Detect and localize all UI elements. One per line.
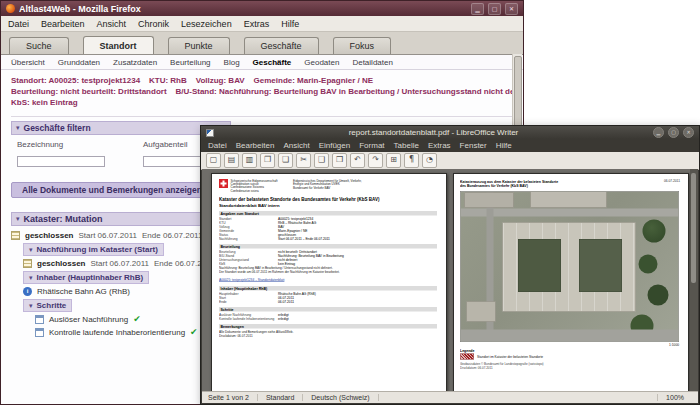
maximize-icon[interactable]: ▢: [668, 127, 679, 138]
cut-icon[interactable]: ✂: [296, 153, 311, 168]
subtab-geodaten[interactable]: Geodaten: [304, 58, 339, 67]
menu-item[interactable]: Extras: [428, 141, 451, 150]
collapse-icon: ▾: [16, 124, 20, 132]
close-icon[interactable]: ✕: [505, 3, 518, 15]
standort-info-line: Standort: A00025: testprojekt1234 KTU: R…: [11, 75, 513, 86]
section-header: Schritte: [219, 307, 437, 312]
collapse-icon: ▾: [16, 215, 20, 223]
subtab-blog[interactable]: Blog: [224, 58, 240, 67]
section-header: Inhaber (Hauptinhaber RhB): [219, 286, 437, 291]
check-icon: ✔: [190, 328, 198, 337]
menu-item[interactable]: Datei: [208, 141, 227, 150]
logo-line: Confederaziun svizra: [231, 189, 278, 192]
collapse-icon: ▾: [29, 246, 33, 254]
map-scale: 1:1000: [460, 343, 679, 347]
zoom-level[interactable]: 100%: [657, 394, 692, 401]
export-pdf-icon[interactable]: ❐: [260, 153, 275, 168]
map-title-line2: des Bundesamtes für Verkehr (KbS BAV): [460, 184, 558, 189]
statusbar-page: Seite 1 von 2: [208, 394, 258, 401]
menu-item[interactable]: Bearbeiten: [236, 141, 275, 150]
writer-window-title: report.standortdatenblatt.pdf - LibreOff…: [218, 128, 649, 137]
statusbar-style: Standard: [258, 394, 303, 401]
kataster-swatch-icon: [460, 354, 474, 360]
bezeichnung-field: Bezeichnung: [17, 140, 105, 168]
tab-standort[interactable]: Standort: [83, 36, 154, 54]
map-trees: [643, 220, 666, 243]
bezeichnung-input[interactable]: [17, 156, 105, 167]
menu-item[interactable]: Hilfe: [496, 141, 512, 150]
menu-item[interactable]: Datei: [8, 19, 29, 29]
check-icon: ✔: [133, 315, 141, 324]
subtab-beurteilung[interactable]: Beurteilung: [170, 58, 210, 67]
step-label: Auslöser Nachführung: [49, 315, 128, 324]
formatting-marks-icon[interactable]: ¶: [404, 153, 419, 168]
menu-item[interactable]: Ansicht: [283, 141, 309, 150]
tab-punkte[interactable]: Punkte: [168, 37, 230, 54]
tab-suche[interactable]: Suche: [9, 37, 69, 54]
close-icon[interactable]: ✕: [683, 127, 694, 138]
minimize-icon[interactable]: ▁: [471, 3, 484, 15]
group-label: Nachführung im Kataster (Start): [37, 245, 158, 254]
scrollbar-thumb[interactable]: [514, 56, 522, 130]
tab-fokus[interactable]: Fokus: [333, 37, 392, 54]
group-nachfuehrung[interactable]: ▾ Nachführung im Kataster (Start): [23, 243, 164, 256]
save-icon[interactable]: ▥: [242, 153, 257, 168]
legend-item-label: Standort im Kataster der belasteten Stan…: [477, 355, 543, 359]
maximize-icon[interactable]: ▢: [488, 3, 501, 15]
menu-item[interactable]: Einfügen: [319, 141, 351, 150]
paste-icon[interactable]: ❒: [332, 153, 347, 168]
menu-item[interactable]: Format: [359, 141, 384, 150]
print-icon[interactable]: ❏: [278, 153, 293, 168]
subtab-grunddaten[interactable]: Grunddaten: [58, 58, 100, 67]
menu-item[interactable]: Chronik: [138, 19, 169, 29]
menu-item[interactable]: Extras: [244, 19, 270, 29]
mutation-end: Ende 06.07.2011: [142, 231, 202, 240]
app-tabstrip: Suche Standort Punkte Geschäfte Fokus: [1, 32, 523, 55]
confederation-logo-text: Schweizerische EidgenossenschaftConfédér…: [231, 179, 278, 192]
collapse-icon: ▾: [29, 302, 33, 310]
standort-link[interactable]: A00025: testprojekt1234 – Standortdatenb…: [219, 278, 284, 282]
map-courtyard: [518, 239, 561, 292]
filter-section-header[interactable]: ▾ Geschäfte filtern: [11, 121, 231, 135]
subtab-geschaefte[interactable]: Geschäfte: [253, 58, 292, 67]
copy-icon[interactable]: ❑: [314, 153, 329, 168]
zoom-icon[interactable]: ◔: [422, 153, 437, 168]
scrollbar-thumb[interactable]: [691, 173, 696, 283]
menu-item[interactable]: Fenster: [460, 141, 487, 150]
paragraph-line: Druckdatum: 06.07.2011: [219, 334, 437, 338]
menu-item[interactable]: Tabelle: [394, 141, 419, 150]
map-building: [467, 302, 496, 322]
paragraph: Nachführung: Beurteilung BAV in Bearbeit…: [219, 266, 437, 274]
statusbar-language: Deutsch (Schweiz): [303, 394, 378, 401]
subtab-detaildaten[interactable]: Detaildaten: [352, 58, 392, 67]
writer-window: report.standortdatenblatt.pdf - LibreOff…: [200, 125, 700, 405]
document-scrollbar[interactable]: [690, 169, 698, 392]
field-row: NachführungStart 06.07.2011 – Ende 06.07…: [219, 237, 437, 241]
field-row: Kontrolle laufende Inhaberorientierunger…: [219, 317, 437, 321]
writer-titlebar[interactable]: report.standortdatenblatt.pdf - LibreOff…: [201, 126, 699, 139]
show-all-documents-button[interactable]: Alle Dokumente und Bemerkungen anzeigen: [11, 182, 213, 198]
footer-line: Druckdatum: 06.07.2011: [460, 366, 680, 370]
tab-geschaefte[interactable]: Geschäfte: [244, 37, 319, 54]
menu-item[interactable]: Hilfe: [281, 19, 299, 29]
undo-icon[interactable]: ↶: [350, 153, 365, 168]
table-icon[interactable]: ⊞: [386, 153, 401, 168]
group-schritte[interactable]: ▾ Schritte: [23, 299, 72, 312]
menu-item[interactable]: Ansicht: [97, 19, 127, 29]
group-inhaber[interactable]: ▾ Inhaber (Hauptinhaber RhB): [23, 271, 149, 284]
open-icon[interactable]: ▤: [224, 153, 239, 168]
section-header: Beurteilung: [219, 244, 437, 249]
menu-item[interactable]: Bearbeiten: [41, 19, 85, 29]
redo-icon[interactable]: ↷: [368, 153, 383, 168]
subtab-uebersicht[interactable]: Übersicht: [11, 58, 45, 67]
minimize-icon[interactable]: ▁: [653, 127, 664, 138]
menu-item[interactable]: Lesezeichen: [181, 19, 232, 29]
firefox-titlebar[interactable]: Altlast4Web - Mozilla Firefox ▁ ▢ ✕: [1, 1, 523, 16]
document-area: Schweizerische EidgenossenschaftConfédér…: [202, 169, 698, 392]
map-courtyard: [579, 239, 622, 292]
subtab-zusatzdaten[interactable]: Zusatzdaten: [113, 58, 157, 67]
aerial-photo: [460, 191, 679, 342]
document-icon: [23, 259, 32, 268]
new-icon[interactable]: ▢: [206, 153, 221, 168]
standort-header-info: Standort: A00025: testprojekt1234 KTU: R…: [1, 70, 523, 110]
